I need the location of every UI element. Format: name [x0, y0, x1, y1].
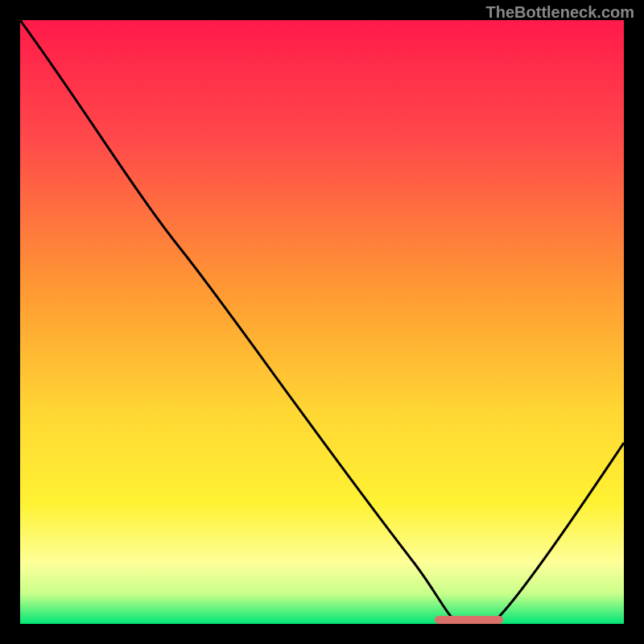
optimal-range-marker: [435, 616, 503, 624]
watermark-text: TheBottleneck.com: [486, 3, 634, 22]
chart-container: TheBottleneck.com: [0, 0, 644, 644]
plot-area: [20, 20, 624, 624]
bottleneck-curve: [20, 20, 624, 624]
